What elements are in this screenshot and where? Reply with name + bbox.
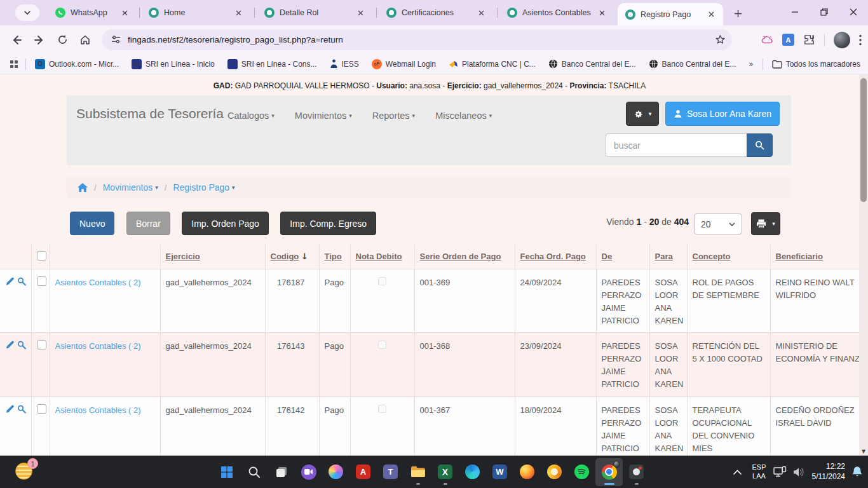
user-profile-button[interactable]: Sosa Loor Ana Karen [665, 102, 780, 126]
header-para[interactable]: Para [649, 245, 687, 269]
tab-close-icon[interactable] [705, 9, 717, 20]
tab-detalle-rol[interactable]: Detalle Rol [257, 0, 372, 25]
asientos-contables-link[interactable]: Asientos Contables ( 2) [55, 278, 141, 287]
all-bookmarks-folder[interactable]: Todos los marcadores [772, 60, 860, 69]
edge-button[interactable] [459, 458, 486, 486]
search-input[interactable] [606, 133, 747, 157]
imp-orden-pago-button[interactable]: Imp. Orden Pago [182, 212, 269, 235]
asientos-contables-link[interactable]: Asientos Contables ( 2) [55, 405, 141, 415]
bookmark-banco-central-2[interactable]: Banco Central del E... [649, 59, 736, 69]
chrome-active-button[interactable] [595, 458, 623, 486]
tab-close-icon[interactable] [233, 7, 244, 18]
bookmark-banco-central-1[interactable]: Banco Central del E... [548, 59, 636, 69]
breadcrumb-movimientos[interactable]: Movimientos▾ [103, 182, 158, 193]
nuevo-button[interactable]: Nuevo [70, 212, 114, 235]
window-restore-button[interactable] [810, 0, 839, 24]
coins-notification-icon[interactable]: 1 [15, 463, 34, 482]
apps-grid-icon[interactable] [9, 59, 19, 69]
view-magnifier-icon[interactable] [17, 276, 26, 286]
header-nota-debito[interactable]: Nota Debito [350, 245, 414, 269]
row-checkbox[interactable] [37, 340, 46, 349]
bookmark-star-icon[interactable] [715, 34, 726, 45]
copilot-button[interactable] [322, 458, 349, 486]
select-all-checkbox[interactable] [31, 245, 50, 269]
browser-menu-kebab-icon[interactable] [859, 34, 862, 46]
url-bar[interactable]: fingads.net/sf2/tesoreria/registro_pago_… [102, 29, 732, 50]
profile-avatar[interactable] [834, 32, 850, 48]
row-checkbox[interactable] [37, 276, 46, 286]
print-dropdown-button[interactable]: ▾ [751, 212, 780, 235]
header-de[interactable]: De [596, 245, 649, 269]
file-explorer-button[interactable] [404, 458, 431, 486]
video-call-app-button[interactable] [295, 458, 322, 486]
view-magnifier-icon[interactable] [17, 340, 26, 349]
bookmark-sri-inicio[interactable]: SRI SRI en Línea - Inicio [132, 59, 215, 69]
menu-catalogos[interactable]: Catalogos▾ [227, 111, 275, 121]
borrar-button[interactable]: Borrar [126, 212, 170, 235]
tab-close-icon[interactable] [119, 7, 130, 18]
bookmark-cnc[interactable]: Plataforma CNC | C... [449, 59, 536, 69]
tab-asientos-contables[interactable]: Asientos Contables [499, 0, 614, 25]
menu-miscelaneos[interactable]: Miscelaneos▾ [435, 111, 492, 121]
header-tipo[interactable]: Tipo [319, 245, 350, 269]
new-tab-button[interactable] [729, 5, 746, 22]
tab-certificaciones[interactable]: Certificaciones [379, 0, 493, 25]
page-size-select[interactable]: 20 [694, 214, 742, 234]
clock-datetime[interactable]: 12:22 5/11/2024 [812, 462, 846, 482]
back-button[interactable] [6, 30, 27, 50]
tab-close-icon[interactable] [355, 7, 366, 18]
spotify-button[interactable] [568, 458, 595, 486]
language-indicator[interactable]: ESP LAA [752, 463, 766, 481]
window-close-button[interactable] [839, 0, 868, 24]
taskbar-search-button[interactable] [240, 458, 268, 486]
edit-pencil-icon[interactable] [6, 404, 15, 414]
tab-home[interactable]: Home [141, 0, 250, 25]
vertical-scrollbar-thumb[interactable] [860, 78, 867, 202]
site-settings-icon[interactable] [111, 34, 121, 45]
extensions-puzzle-icon[interactable] [803, 34, 815, 46]
view-magnifier-icon[interactable] [17, 404, 26, 414]
imp-comp-egreso-button[interactable]: Imp. Comp. Egreso [280, 212, 376, 235]
acrobat-button[interactable]: A [349, 458, 377, 486]
reload-button[interactable] [52, 30, 72, 50]
header-concepto[interactable]: Concepto [687, 245, 770, 269]
header-ejercicio[interactable]: Ejercicio [160, 245, 265, 269]
bookmark-webmail[interactable]: cP Webmail Login [372, 59, 436, 69]
firefox-button[interactable] [513, 458, 541, 486]
home-icon[interactable] [78, 183, 88, 192]
window-minimize-button[interactable] [780, 0, 810, 24]
header-codigo[interactable]: Codigo ↓ [265, 245, 319, 269]
notification-bell-icon[interactable] [851, 466, 863, 478]
tab-close-icon[interactable] [596, 7, 607, 18]
volume-icon[interactable] [793, 467, 806, 477]
extension-cloud-icon[interactable] [761, 34, 773, 46]
vertical-scrollbar[interactable]: ▼ [859, 74, 868, 456]
forward-button[interactable] [29, 30, 50, 50]
home-button[interactable] [75, 30, 95, 50]
network-icon[interactable] [773, 466, 787, 478]
translate-icon[interactable]: A [782, 34, 794, 46]
asientos-contables-link[interactable]: Asientos Contables ( 2) [55, 341, 141, 351]
menu-movimientos[interactable]: Movimientos▾ [295, 111, 352, 121]
tab-whatsapp[interactable]: WhatsApp [48, 0, 137, 25]
search-button[interactable] [747, 133, 773, 157]
dev-app-button[interactable] [623, 458, 650, 486]
breadcrumb-registro-pago[interactable]: Registro Pago▾ [173, 182, 234, 193]
excel-button[interactable]: X [431, 458, 459, 486]
bookmark-sri-consultas[interactable]: SRI SRI en Línea - Cons... [227, 59, 317, 69]
tray-chevron-up-icon[interactable] [733, 470, 742, 475]
tab-search-chevron-button[interactable] [15, 4, 39, 21]
bookmark-iess[interactable]: IESS [330, 59, 359, 69]
word-button[interactable]: W [486, 458, 513, 486]
bookmark-outlook[interactable]: O Outlook.com - Micr... [35, 59, 119, 69]
row-checkbox[interactable] [37, 404, 46, 414]
edit-pencil-icon[interactable] [6, 276, 15, 286]
header-serie-orden-pago[interactable]: Serie Orden de Pago [414, 245, 515, 269]
scroll-down-arrow-icon[interactable]: ▼ [862, 449, 865, 454]
teams-button[interactable]: T [377, 458, 404, 486]
edit-pencil-icon[interactable] [6, 340, 15, 349]
header-fecha-ord-pago[interactable]: Fecha Ord. Pago [515, 245, 596, 269]
chrome-secondary-profile-button[interactable] [541, 458, 568, 486]
task-view-button[interactable] [268, 458, 295, 486]
tab-close-icon[interactable] [475, 7, 487, 18]
